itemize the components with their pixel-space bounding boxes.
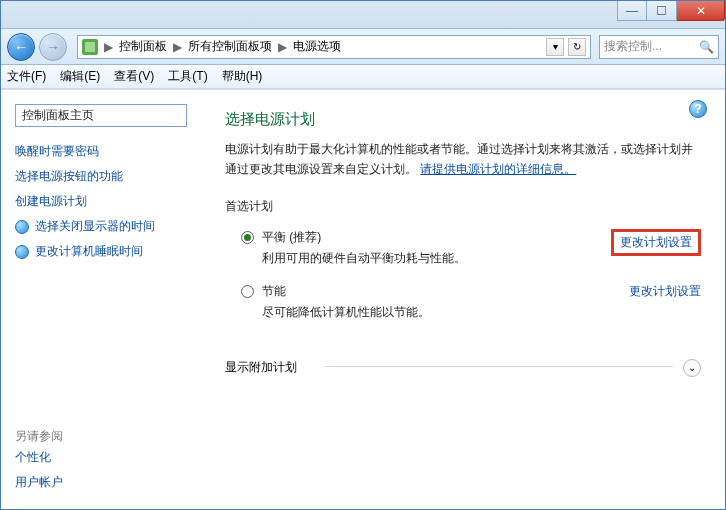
sidebar-link-power-button[interactable]: 选择电源按钮的功能 <box>15 164 187 189</box>
divider <box>325 366 673 367</box>
sidebar-link-label: 创建电源计划 <box>15 193 87 210</box>
breadcrumb-3[interactable]: 电源选项 <box>289 38 345 55</box>
sidebar-link-sleep[interactable]: 更改计算机睡眠时间 <box>15 239 187 264</box>
additional-plans-expander[interactable]: 显示附加计划 ⌄ <box>225 349 701 383</box>
page-description: 电源计划有助于最大化计算机的性能或者节能。通过选择计划来将其激活，或选择计划并通… <box>225 139 701 180</box>
window-buttons: — ☐ ✕ <box>617 1 725 21</box>
sidebar-home-link[interactable]: 控制面板主页 <box>15 104 187 127</box>
additional-plans-label: 显示附加计划 <box>225 359 297 376</box>
address-bar[interactable]: ▶ 控制面板 ▶ 所有控制面板项 ▶ 电源选项 ▾ ↻ <box>77 35 591 59</box>
plan-balanced-desc: 利用可用的硬件自动平衡功耗与性能。 <box>262 250 611 267</box>
breadcrumb-sep: ▶ <box>171 40 184 54</box>
sidebar-link-label: 唤醒时需要密码 <box>15 143 99 160</box>
sidebar-link-require-password[interactable]: 唤醒时需要密码 <box>15 139 187 164</box>
menu-view[interactable]: 查看(V) <box>114 68 154 85</box>
menu-file[interactable]: 文件(F) <box>7 68 46 85</box>
breadcrumb-sep: ▶ <box>276 40 289 54</box>
see-also-label: 另请参阅 <box>15 428 187 445</box>
sidebar: 控制面板主页 唤醒时需要密码 选择电源按钮的功能 创建电源计划 选择关闭显示器的… <box>1 90 201 509</box>
plan-balanced-title: 平衡 (推荐) <box>262 229 611 246</box>
search-placeholder: 搜索控制... <box>604 38 662 55</box>
plan-balanced-radio[interactable] <box>241 231 254 244</box>
menubar: 文件(F) 编辑(E) 查看(V) 工具(T) 帮助(H) <box>1 65 725 89</box>
navbar: ← → ▶ 控制面板 ▶ 所有控制面板项 ▶ 电源选项 ▾ ↻ 搜索控制... … <box>1 29 725 65</box>
plan-balanced: 平衡 (推荐) 利用可用的硬件自动平衡功耗与性能。 更改计划设置 <box>225 221 701 275</box>
shield-icon <box>15 220 29 234</box>
body: 控制面板主页 唤醒时需要密码 选择电源按钮的功能 创建电源计划 选择关闭显示器的… <box>1 89 725 509</box>
maximize-button[interactable]: ☐ <box>647 1 677 21</box>
description-link[interactable]: 请提供电源计划的详细信息。 <box>420 162 576 176</box>
refresh-button[interactable]: ↻ <box>568 38 586 56</box>
help-icon[interactable]: ? <box>689 100 707 118</box>
sidebar-link-display-off[interactable]: 选择关闭显示器的时间 <box>15 214 187 239</box>
plan-powersaver-desc: 尽可能降低计算机性能以节能。 <box>262 304 629 321</box>
sidebar-link-label: 选择电源按钮的功能 <box>15 168 123 185</box>
titlebar: — ☐ ✕ <box>1 1 725 29</box>
chevron-down-icon[interactable]: ⌄ <box>683 359 701 377</box>
breadcrumb-1[interactable]: 控制面板 <box>115 38 171 55</box>
plan-powersaver-radio[interactable] <box>241 285 254 298</box>
search-icon: 🔍 <box>699 40 714 54</box>
plan-powersaver: 节能 尽可能降低计算机性能以节能。 更改计划设置 <box>225 275 701 329</box>
control-panel-icon <box>82 39 98 55</box>
menu-help[interactable]: 帮助(H) <box>222 68 263 85</box>
plan-powersaver-title: 节能 <box>262 283 629 300</box>
plan-balanced-change-link[interactable]: 更改计划设置 <box>611 229 701 256</box>
see-also-section: 另请参阅 个性化 用户帐户 <box>15 422 187 495</box>
minimize-button[interactable]: — <box>617 1 647 21</box>
sidebar-link-label: 选择关闭显示器的时间 <box>35 218 155 235</box>
plan-powersaver-change-link[interactable]: 更改计划设置 <box>629 283 701 300</box>
nav-back-button[interactable]: ← <box>7 33 35 61</box>
search-input[interactable]: 搜索控制... 🔍 <box>599 35 719 59</box>
control-panel-window: — ☐ ✕ ← → ▶ 控制面板 ▶ 所有控制面板项 ▶ 电源选项 ▾ ↻ 搜索… <box>0 0 726 510</box>
content-pane: ? 选择电源计划 电源计划有助于最大化计算机的性能或者节能。通过选择计划来将其激… <box>201 90 725 509</box>
sidebar-link-label: 更改计算机睡眠时间 <box>35 243 143 260</box>
close-button[interactable]: ✕ <box>677 1 725 21</box>
preferred-plans-label: 首选计划 <box>225 198 701 215</box>
breadcrumb-2[interactable]: 所有控制面板项 <box>184 38 276 55</box>
see-also-user-accounts[interactable]: 用户帐户 <box>15 470 187 495</box>
sidebar-link-create-plan[interactable]: 创建电源计划 <box>15 189 187 214</box>
menu-tools[interactable]: 工具(T) <box>168 68 207 85</box>
breadcrumb-sep: ▶ <box>102 40 115 54</box>
see-also-personalization[interactable]: 个性化 <box>15 445 187 470</box>
page-title: 选择电源计划 <box>225 110 701 129</box>
address-dropdown-button[interactable]: ▾ <box>546 38 564 56</box>
shield-icon <box>15 245 29 259</box>
menu-edit[interactable]: 编辑(E) <box>60 68 100 85</box>
nav-forward-button[interactable]: → <box>39 33 67 61</box>
